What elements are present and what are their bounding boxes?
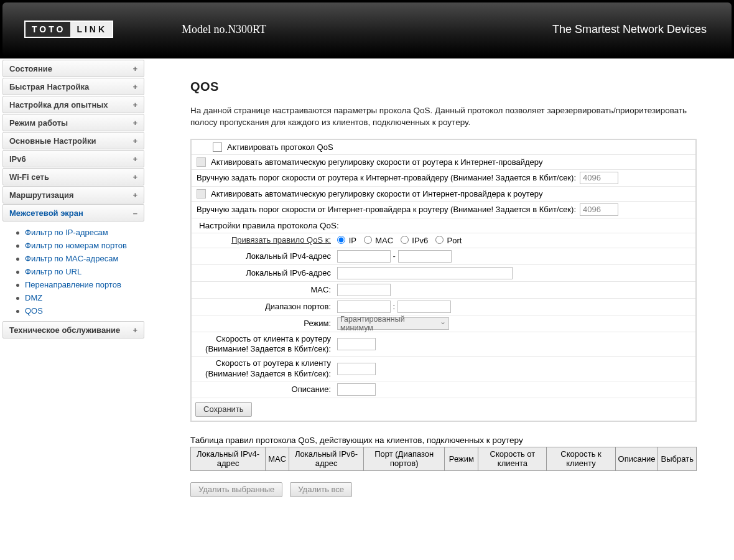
plus-icon: +	[132, 118, 137, 128]
sidebar-submenu-firewall: Фильтр по IP-адресам Фильтр по номерам п…	[2, 222, 144, 321]
sidebar-sub-url-filter[interactable]: Фильтр по URL	[16, 265, 144, 278]
col-mac: MAC	[266, 447, 289, 470]
row-manual-uplink: Вручную задать порог скорости от роутера…	[192, 170, 695, 187]
page-description: На данной странице настраиваются парамет…	[190, 105, 697, 129]
select-mode[interactable]: Гарантированный минимум	[337, 317, 449, 330]
input-ipv4-from[interactable]	[337, 250, 391, 263]
input-ipv6[interactable]	[337, 267, 513, 279]
row-ipv6: Локальный IPv6-адрес	[192, 265, 695, 282]
plus-icon: +	[132, 172, 137, 182]
plus-icon: +	[132, 82, 137, 91]
delete-all-button[interactable]: Удалить все	[290, 482, 352, 497]
input-port-from[interactable]	[337, 301, 391, 313]
label-uplink-rate: Скорость от клиента к роутеру (Внимание!…	[197, 334, 337, 355]
radio-port[interactable]: Port	[435, 236, 462, 245]
sidebar-item-routing[interactable]: Маршрутизация+	[2, 186, 144, 203]
delete-selected-button[interactable]: Удалить выбранные	[190, 482, 282, 497]
rules-table: Локальный IPv4-адрес MAC Локальный IPv6-…	[190, 447, 697, 471]
col-mode: Режим	[445, 447, 478, 470]
row-mac: MAC:	[192, 282, 695, 299]
label-auto-uplink: Активировать автоматическую регулировку …	[211, 157, 690, 167]
row-uplink-rate: Скорость от клиента к роутеру (Внимание!…	[192, 332, 695, 357]
label-ipv4: Локальный IPv4-адрес	[197, 251, 337, 261]
row-manual-downlink: Вручную задать порог скорости от Интерне…	[192, 202, 695, 218]
plus-icon: +	[132, 64, 137, 73]
sidebar: Состояние+ Быстрая Настройка+ Настройка …	[0, 58, 146, 522]
plus-icon: +	[132, 154, 137, 164]
row-enable-qos: Активировать протокол QoS	[192, 140, 695, 155]
plus-icon: +	[132, 136, 137, 146]
label-bind-rule: Привязать правило QoS к:	[197, 235, 337, 245]
page-title: QOS	[190, 80, 697, 94]
sidebar-sub-ip-filter[interactable]: Фильтр по IP-адресам	[16, 226, 144, 239]
sidebar-item-operation-mode[interactable]: Режим работы+	[2, 114, 144, 131]
sidebar-item-status[interactable]: Состояние+	[2, 60, 144, 77]
row-auto-downlink: Активировать автоматическую регулировку …	[192, 187, 695, 202]
radio-group-bind: IP MAC IPv6 Port	[337, 235, 467, 245]
row-ipv4: Локальный IPv4-адрес -	[192, 248, 695, 265]
radio-ip[interactable]: IP	[337, 236, 356, 245]
logo-left: TOTO	[26, 22, 70, 37]
tagline: The Smartest Network Devices	[552, 23, 707, 36]
sidebar-item-basic-settings[interactable]: Основные Настройки+	[2, 132, 144, 149]
label-mode: Режим:	[197, 319, 337, 329]
label-manual-uplink: Вручную задать порог скорости от роутера…	[197, 173, 576, 182]
checkbox-auto-downlink[interactable]	[197, 189, 206, 198]
sidebar-item-firewall[interactable]: Межсетевой экран–	[2, 204, 144, 222]
input-uplink-rate[interactable]	[337, 338, 376, 350]
sidebar-item-ipv6[interactable]: IPv6+	[2, 150, 144, 167]
input-downlink-rate[interactable]	[337, 363, 376, 375]
sidebar-sub-port-forwarding[interactable]: Перенаправление портов	[16, 278, 144, 291]
sidebar-sub-port-filter[interactable]: Фильтр по номерам портов	[16, 239, 144, 252]
plus-icon: +	[132, 190, 137, 200]
sidebar-sub-dmz[interactable]: DMZ	[16, 291, 144, 304]
sidebar-item-quick-setup[interactable]: Быстрая Настройка+	[2, 78, 144, 95]
row-mode: Режим: Гарантированный минимум	[192, 315, 695, 332]
sidebar-item-maintenance[interactable]: Техническое обслуживание+	[2, 321, 144, 338]
label-description: Описание:	[197, 385, 337, 394]
col-select: Выбрать	[658, 447, 697, 470]
col-uplink: Скорость от клиента	[478, 447, 547, 470]
label-auto-downlink: Активировать автоматическую регулировку …	[211, 189, 690, 198]
input-mac[interactable]	[337, 284, 391, 296]
label-manual-downlink: Вручную задать порог скорости от Интерне…	[197, 205, 576, 214]
checkbox-enable-qos[interactable]	[213, 142, 222, 152]
qos-settings-panel: Активировать протокол QoS Активировать а…	[190, 139, 697, 422]
label-downlink-rate: Скорость от роутера к клиенту (Внимание!…	[197, 358, 337, 379]
label-ipv6: Локальный IPv6-адрес	[197, 268, 337, 278]
rules-table-title: Таблица правил протокола QoS, действующи…	[190, 436, 697, 445]
row-auto-uplink: Активировать автоматическую регулировку …	[192, 155, 695, 170]
col-description: Описание	[615, 447, 658, 470]
checkbox-auto-uplink[interactable]	[197, 157, 206, 167]
col-downlink: Скорость к клиенту	[547, 447, 615, 470]
col-ipv4: Локальный IPv4-адрес	[191, 447, 266, 470]
col-ipv6: Локальный IPv6-адрес	[289, 447, 364, 470]
row-bind-rule: Привязать правило QoS к: IP MAC IPv6 Por…	[192, 233, 695, 248]
logo: TOTO LINK	[24, 21, 113, 38]
row-port-range: Диапазон портов: :	[192, 299, 695, 315]
model-number: Model no.N300RT	[182, 23, 266, 36]
input-port-to[interactable]	[397, 301, 451, 313]
radio-mac[interactable]: MAC	[364, 236, 394, 245]
row-description: Описание:	[192, 381, 695, 398]
input-manual-uplink[interactable]	[580, 172, 618, 184]
input-ipv4-to[interactable]	[398, 250, 452, 263]
sidebar-sub-mac-filter[interactable]: Фильтр по MAC-адресам	[16, 252, 144, 265]
row-rule-header: Настройки правила протокола QoS:	[192, 218, 695, 233]
row-downlink-rate: Скорость от роутера к клиенту (Внимание!…	[192, 357, 695, 381]
minus-icon: –	[133, 208, 137, 218]
sidebar-item-advanced-setup[interactable]: Настройка для опытных+	[2, 96, 144, 113]
label-enable-qos: Активировать протокол QoS	[227, 142, 690, 152]
plus-icon: +	[132, 325, 137, 335]
sidebar-item-wifi[interactable]: Wi-Fi сеть+	[2, 168, 144, 185]
logo-right: LINK	[70, 22, 112, 37]
label-port-range: Диапазон портов:	[197, 302, 337, 312]
topbar: TOTO LINK Model no.N300RT The Smartest N…	[2, 2, 732, 56]
input-manual-downlink[interactable]	[580, 203, 618, 216]
input-description[interactable]	[337, 383, 376, 396]
label-mac: MAC:	[197, 285, 337, 295]
sidebar-sub-qos[interactable]: QOS	[16, 304, 144, 317]
radio-ipv6[interactable]: IPv6	[401, 236, 429, 245]
save-button[interactable]: Сохранить	[195, 402, 252, 417]
plus-icon: +	[132, 100, 137, 110]
